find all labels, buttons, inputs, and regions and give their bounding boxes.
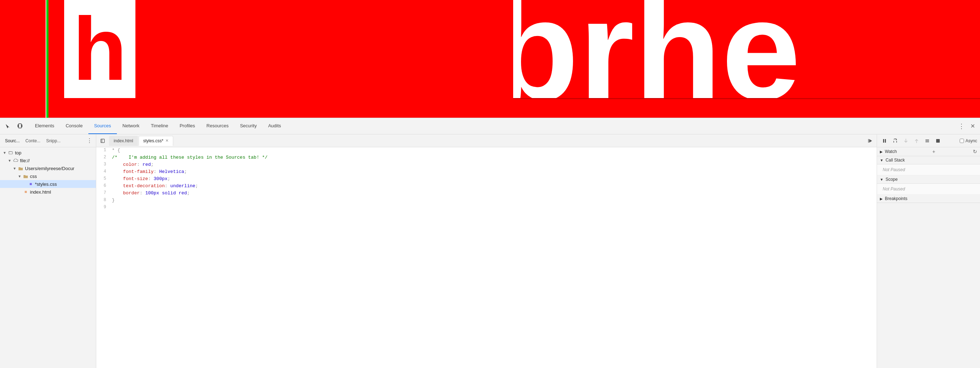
code-line-8: 8 } bbox=[96, 197, 877, 204]
code-line-7: 7 border: 100px solid red; bbox=[96, 190, 877, 197]
preview-left-panel bbox=[0, 0, 46, 118]
step-out-icon bbox=[914, 139, 919, 143]
more-options-icon[interactable]: ⋮ bbox=[956, 121, 967, 132]
cloud-icon bbox=[13, 158, 19, 163]
editor-tab-index-html[interactable]: index.html bbox=[109, 136, 138, 146]
editor-tabs: index.html styles.css* ✕ bbox=[96, 134, 877, 147]
tab-audits[interactable]: Audits bbox=[262, 118, 286, 134]
tab-profiles[interactable]: Profiles bbox=[174, 118, 200, 134]
tab-network[interactable]: Network bbox=[117, 118, 145, 134]
step-over-icon bbox=[892, 138, 898, 144]
async-label: Async bbox=[966, 139, 977, 143]
sidebar-tab-snippets[interactable]: Snipp... bbox=[43, 137, 64, 145]
sources-sidebar: Sourc... Conte... Snipp... ⋮ ▼ top ▼ bbox=[0, 134, 96, 368]
watch-section-arrow: ▶ bbox=[880, 150, 883, 154]
tree-label-users: Users/emilyreese/Docur bbox=[25, 166, 75, 171]
devtools-body: Sourc... Conte... Snipp... ⋮ ▼ top ▼ bbox=[0, 134, 980, 368]
tree-label-css: css bbox=[30, 174, 37, 179]
async-checkbox: Async bbox=[960, 139, 977, 143]
scope-status: Not Paused bbox=[883, 186, 905, 191]
tab-sources[interactable]: Sources bbox=[88, 118, 117, 134]
watch-section-label: Watch bbox=[885, 149, 897, 154]
preview-right-bottom bbox=[513, 98, 980, 118]
devtools-panel: Elements Console Sources Network Timelin… bbox=[0, 118, 980, 368]
watch-add-icon[interactable]: + bbox=[932, 149, 935, 155]
tab-security[interactable]: Security bbox=[234, 118, 262, 134]
tab-timeline[interactable]: Timeline bbox=[145, 118, 174, 134]
toolbar-tabs: Elements Console Sources Network Timelin… bbox=[29, 118, 956, 134]
call-stack-section-header[interactable]: ▼ Call Stack bbox=[877, 156, 980, 164]
preview-right: brhe bbox=[513, 0, 980, 118]
tree-label-index-html: index.html bbox=[30, 190, 51, 195]
devtools-toolbar: Elements Console Sources Network Timelin… bbox=[0, 118, 980, 134]
editor-nav-icon bbox=[100, 139, 105, 143]
sidebar-tabs: Sourc... Conte... Snipp... ⋮ bbox=[0, 134, 96, 147]
step-into-icon bbox=[904, 139, 908, 143]
stop-icon bbox=[935, 139, 940, 143]
tree-item-file[interactable]: ▼ file:// bbox=[0, 156, 96, 164]
browser-preview: h brhe bbox=[0, 0, 980, 118]
code-line-9: 9 bbox=[96, 204, 877, 212]
breakpoints-arrow: ▶ bbox=[880, 197, 883, 201]
run-icon bbox=[867, 138, 873, 144]
tree-item-top[interactable]: ▼ top bbox=[0, 149, 96, 156]
code-line-6: 6 text-decoration: underline; bbox=[96, 183, 877, 190]
close-devtools-button[interactable]: ✕ bbox=[968, 121, 977, 131]
device-icon-btn[interactable] bbox=[15, 121, 25, 131]
tab-elements[interactable]: Elements bbox=[29, 118, 60, 134]
tree-item-users[interactable]: ▼ Users/emilyreese/Docur bbox=[0, 164, 96, 172]
debugger-toolbar: Async bbox=[877, 134, 980, 147]
editor-run-button[interactable] bbox=[865, 136, 875, 146]
code-editor[interactable]: 1 * { 2 /* I'm adding all these styles i… bbox=[96, 147, 877, 368]
preview-green-line bbox=[46, 0, 48, 118]
svg-rect-17 bbox=[936, 139, 940, 143]
scope-arrow: ▼ bbox=[880, 178, 883, 182]
toolbar-icons bbox=[3, 121, 25, 131]
scope-section-header[interactable]: ▼ Scope bbox=[877, 175, 980, 184]
cursor-icon bbox=[5, 123, 11, 129]
editor-tab-index-label: index.html bbox=[114, 139, 133, 143]
tab-resources[interactable]: Resources bbox=[200, 118, 234, 134]
code-line-2: 2 /* I'm adding all these styles in the … bbox=[96, 155, 877, 161]
breakpoints-section-header[interactable]: ▶ Breakpoints bbox=[877, 195, 980, 203]
watch-refresh-icon[interactable]: ↻ bbox=[973, 149, 977, 155]
svg-rect-8 bbox=[883, 139, 884, 143]
tab-console[interactable]: Console bbox=[60, 118, 88, 134]
svg-rect-2 bbox=[21, 125, 22, 127]
editor-tab-nav-icon[interactable] bbox=[98, 136, 108, 146]
stop-button[interactable] bbox=[933, 136, 943, 145]
svg-rect-4 bbox=[101, 139, 104, 143]
file-icon-html: ■ bbox=[23, 189, 29, 195]
toolbar-right: ⋮ ✕ bbox=[956, 121, 977, 132]
sidebar-tabs-more-icon[interactable]: ⋮ bbox=[85, 137, 94, 145]
editor-tab-close-icon[interactable]: ✕ bbox=[165, 139, 169, 143]
scope-content: Not Paused bbox=[877, 184, 980, 195]
deactivate-icon bbox=[925, 139, 930, 143]
svg-marker-6 bbox=[869, 139, 872, 143]
folder-icon-css bbox=[23, 173, 29, 179]
call-stack-label: Call Stack bbox=[886, 158, 905, 162]
step-out-button[interactable] bbox=[912, 136, 921, 145]
tree-item-css[interactable]: ▼ css bbox=[0, 172, 96, 180]
tree-item-index-html[interactable]: ■ index.html bbox=[0, 188, 96, 196]
tree-item-styles-css[interactable]: ■ *styles.css bbox=[0, 180, 96, 188]
editor-panel: index.html styles.css* ✕ 1 * { 2 bbox=[96, 134, 877, 368]
tree-label-top: top bbox=[15, 150, 21, 156]
tree-arrow-css: ▼ bbox=[18, 174, 23, 178]
device-icon bbox=[17, 123, 23, 129]
pause-button[interactable] bbox=[880, 136, 889, 145]
editor-tab-styles-css[interactable]: styles.css* ✕ bbox=[138, 136, 173, 146]
file-tree: ▼ top ▼ file:// ▼ bbox=[0, 147, 96, 368]
step-into-button[interactable] bbox=[901, 136, 910, 145]
right-panel: Async ▶ Watch + ↻ ▼ Call Stack Not Pause… bbox=[877, 134, 980, 368]
async-checkbox-input[interactable] bbox=[960, 139, 964, 143]
folder-icon-users bbox=[18, 166, 24, 171]
tree-label-styles-css: *styles.css bbox=[35, 182, 57, 187]
deactivate-breakpoints-button[interactable] bbox=[923, 136, 932, 145]
scope-label: Scope bbox=[886, 177, 898, 182]
watch-section-header[interactable]: ▶ Watch + ↻ bbox=[877, 147, 980, 156]
cursor-icon-btn[interactable] bbox=[3, 121, 13, 131]
step-over-button[interactable] bbox=[891, 136, 900, 145]
sidebar-tab-sources[interactable]: Sourc... bbox=[2, 137, 22, 145]
sidebar-tab-content[interactable]: Conte... bbox=[22, 137, 43, 145]
